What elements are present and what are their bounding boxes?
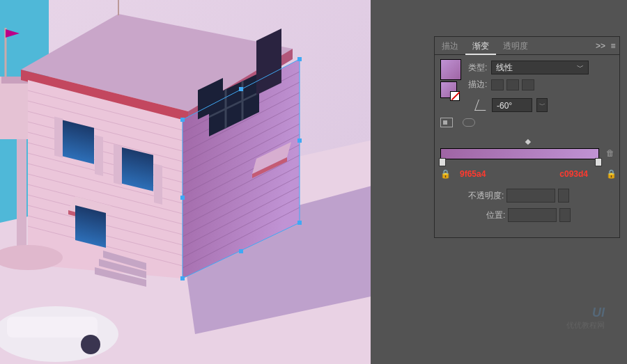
gradient-type-value: 线性 — [496, 62, 513, 74]
delete-stop-icon[interactable]: 🗑 — [606, 148, 614, 158]
opacity-row: 不透明度: — [468, 189, 569, 203]
tab-gradient[interactable]: 渐变 — [465, 37, 496, 55]
gradient-panel: 描边 渐变 透明度 >> ≡ 类型: 线性 ﹀ 描边: — [434, 36, 620, 238]
tab-transparency[interactable]: 透明度 — [496, 37, 535, 55]
stroke-none-swatch[interactable] — [450, 91, 460, 101]
aspect-row — [440, 118, 475, 127]
reverse-gradient-icon[interactable] — [440, 118, 453, 127]
svg-rect-46 — [95, 135, 103, 176]
svg-rect-48 — [154, 164, 162, 205]
house-illustration — [0, 0, 376, 364]
gradient-type-select[interactable]: 线性 ﹀ — [491, 61, 589, 74]
opacity-label: 不透明度: — [468, 190, 504, 202]
chevron-down-icon: ﹀ — [577, 63, 584, 72]
watermark-logo: UI — [566, 306, 605, 320]
svg-rect-45 — [54, 116, 63, 157]
location-row: 位置: — [486, 208, 571, 222]
svg-point-75 — [81, 335, 100, 354]
stroke-across-icon[interactable] — [522, 79, 534, 90]
svg-rect-7 — [17, 139, 26, 258]
gradient-ramp[interactable] — [440, 148, 599, 159]
tab-stroke[interactable]: 描边 — [435, 37, 465, 55]
gradient-stop-left[interactable] — [439, 158, 446, 166]
lock-icon: 🔒 — [606, 169, 614, 179]
stroke-label: 描边: — [468, 79, 487, 90]
hex-annotation-row: 🔒 9f65a4 c093d4 🔒 — [440, 169, 614, 179]
fill-stroke-swatches[interactable] — [440, 81, 457, 98]
watermark-text: 优优教程网 — [566, 320, 605, 331]
gradient-stop-right[interactable] — [595, 158, 602, 166]
type-label: 类型: — [468, 62, 487, 74]
location-label: 位置: — [486, 209, 505, 221]
hex-left-value: 9f65a4 — [460, 169, 486, 179]
gradient-slider[interactable]: 🗑 — [440, 141, 614, 159]
angle-dropdown-chevron[interactable]: ﹀ — [536, 98, 548, 112]
aspect-ratio-icon[interactable] — [463, 118, 475, 127]
stroke-row: 描边: — [468, 79, 534, 90]
panel-menu-icon[interactable]: ≡ — [607, 41, 619, 51]
hex-right-value: c093d4 — [559, 169, 588, 179]
midpoint-diamond-icon[interactable] — [525, 139, 531, 145]
panel-collapse-icon[interactable]: >> — [594, 41, 607, 51]
stroke-within-icon[interactable] — [491, 79, 504, 90]
gradient-preview-swatch[interactable] — [440, 59, 461, 80]
angle-icon — [474, 100, 490, 111]
angle-row: -60° ﹀ — [477, 98, 548, 112]
stroke-along-icon[interactable] — [506, 79, 519, 90]
panel-tabs: 描边 渐变 透明度 >> ≡ — [435, 37, 619, 55]
svg-rect-47 — [114, 144, 122, 185]
type-row: 类型: 线性 ﹀ — [468, 61, 589, 74]
opacity-input[interactable] — [506, 189, 555, 203]
opacity-chevron[interactable] — [558, 189, 569, 203]
lock-icon: 🔒 — [440, 169, 449, 179]
angle-input[interactable]: -60° — [492, 98, 532, 112]
svg-rect-74 — [7, 317, 98, 338]
watermark: UI 优优教程网 — [566, 306, 605, 331]
canvas-area[interactable]: 描边 渐变 透明度 >> ≡ 类型: 线性 ﹀ 描边: — [0, 0, 627, 364]
location-chevron[interactable] — [559, 208, 571, 222]
artwork-illustration — [0, 0, 376, 364]
location-input[interactable] — [508, 208, 557, 222]
